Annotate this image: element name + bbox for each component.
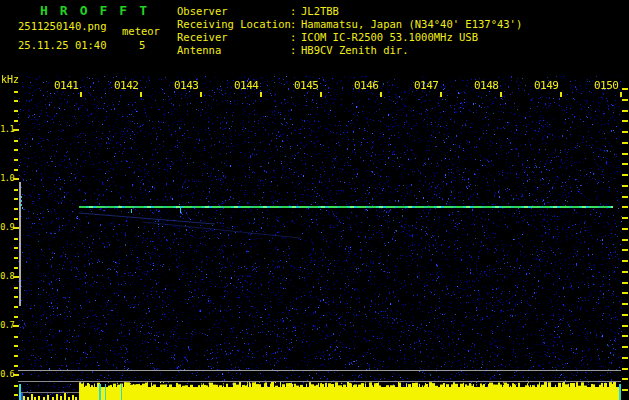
meter-spike (31, 394, 33, 400)
y-minor-tick (14, 110, 18, 112)
x-tick-mark (80, 92, 82, 97)
x-tick-label: 0149 (534, 79, 559, 92)
right-edge-tick (622, 131, 628, 133)
meter-cyan-mark (105, 384, 106, 400)
meter-spike (56, 394, 58, 400)
y-axis-unit-label: kHz (1, 74, 19, 85)
x-tick-mark (440, 92, 442, 97)
echo-count: 5 (139, 39, 145, 51)
y-minor-tick (14, 345, 18, 347)
colon-separator: : (290, 5, 296, 17)
right-edge-tick (622, 303, 628, 305)
y-minor-tick (14, 140, 18, 142)
right-edge-tick (622, 88, 628, 90)
x-tick-mark (560, 92, 562, 97)
x-tick-mark (620, 92, 622, 97)
meter-spike (23, 396, 25, 400)
colon-separator: : (290, 18, 296, 30)
output-filename: 2511250140.png (18, 20, 107, 32)
right-edge-tick (622, 174, 628, 176)
right-edge-tick (622, 271, 628, 273)
right-edge-tick (622, 196, 628, 198)
meter-separator-line-upper (18, 370, 621, 371)
y-minor-tick (14, 159, 18, 161)
observation-mode-label: meteor (122, 25, 160, 37)
y-minor-tick (14, 394, 18, 396)
y-minor-tick (14, 287, 18, 289)
y-minor-tick (14, 316, 18, 318)
right-edge-tick (622, 314, 628, 316)
y-minor-tick (14, 91, 18, 93)
y-minor-tick (14, 336, 18, 338)
info-label: Receiver (177, 31, 228, 43)
right-edge-tick (622, 120, 628, 122)
meter-spike (72, 395, 74, 400)
y-minor-tick (14, 100, 18, 102)
y-minor-tick (14, 189, 18, 191)
y-tick-label: 0.7 (0, 320, 14, 330)
meter-cyan-mark (619, 384, 621, 400)
y-tick-label: 0.8 (0, 271, 14, 281)
info-label: Observer (177, 5, 228, 17)
y-minor-tick (14, 218, 18, 220)
x-tick-mark (140, 92, 142, 97)
y-major-tick (13, 178, 19, 180)
right-edge-tick (622, 206, 628, 208)
y-minor-tick (14, 120, 18, 122)
right-edge-tick (622, 249, 628, 251)
right-edge-tick (622, 239, 628, 241)
y-major-tick (13, 374, 19, 376)
y-minor-tick (14, 257, 18, 259)
info-label: Receiving Location (177, 18, 291, 30)
x-tick-label: 0141 (54, 79, 79, 92)
y-tick-label: 1.0 (0, 173, 14, 183)
right-edge-tick (622, 335, 628, 337)
y-tick-label: 1.1 (0, 124, 14, 134)
right-edge-tick (622, 99, 628, 101)
colon-separator: : (290, 44, 296, 56)
y-major-tick (13, 129, 19, 131)
spectrogram-noise-canvas (18, 76, 622, 400)
right-edge-tick (622, 142, 628, 144)
y-tick-label: 0.9 (0, 222, 14, 232)
y-minor-tick (14, 208, 18, 210)
meter-spike (47, 395, 49, 400)
x-tick-label: 0144 (234, 79, 259, 92)
info-label: Antenna (177, 44, 221, 56)
right-edge-tick (622, 378, 628, 380)
meter-spike (38, 396, 40, 400)
info-value: JL2TBB (301, 5, 339, 17)
timestamp: 25.11.25 01:40 (18, 39, 107, 51)
signal-meter-saturated-bar (79, 387, 619, 400)
x-tick-label: 0145 (294, 79, 319, 92)
right-edge-tick (622, 110, 628, 112)
right-edge-tick (622, 357, 628, 359)
x-tick-mark (500, 92, 502, 97)
right-edge-tick (622, 346, 628, 348)
right-edge-tick (622, 368, 628, 370)
meter-spike (60, 396, 62, 400)
x-tick-label: 0148 (474, 79, 499, 92)
meter-separator-line-lower (18, 381, 621, 382)
y-minor-tick (14, 247, 18, 249)
detection-band-marker (19, 182, 21, 306)
y-minor-tick (14, 149, 18, 151)
y-minor-tick (14, 238, 18, 240)
y-minor-tick (14, 267, 18, 269)
info-value: ICOM IC-R2500 53.1000MHz USB (301, 31, 478, 43)
meter-spike (64, 393, 66, 400)
y-major-tick (13, 325, 19, 327)
x-tick-label: 0147 (414, 79, 439, 92)
y-minor-tick (14, 385, 18, 387)
meter-cyan-mark (99, 384, 101, 400)
y-minor-tick (14, 169, 18, 171)
x-tick-mark (200, 92, 202, 97)
y-minor-tick (14, 198, 18, 200)
y-minor-tick (14, 355, 18, 357)
right-edge-tick (622, 292, 628, 294)
x-tick-label: 0146 (354, 79, 379, 92)
x-tick-label: 0150 (594, 79, 619, 92)
x-tick-label: 0143 (174, 79, 199, 92)
x-tick-mark (380, 92, 382, 97)
colon-separator: : (290, 31, 296, 43)
